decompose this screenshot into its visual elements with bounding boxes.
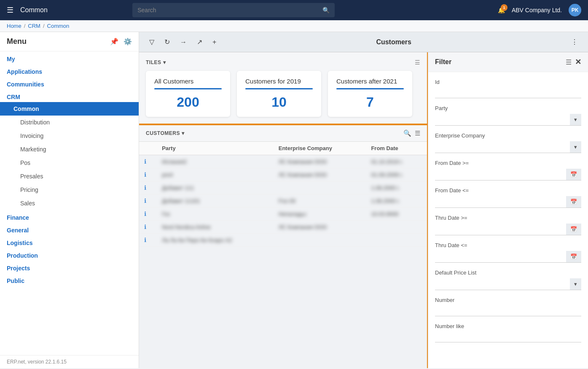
filter-date-input[interactable] [435,170,566,180]
filter-select-input[interactable] [435,115,570,125]
hamburger-icon[interactable]: ☰ [7,5,13,15]
row-info-icon[interactable]: ℹ [144,197,146,204]
add-button[interactable]: + [209,37,220,48]
filter-dropdown-button[interactable]: ▾ [570,278,581,290]
table-row[interactable]: ℹ Гос Непаладьс 10.03.9000 [139,207,427,221]
breadcrumb-crm[interactable]: CRM [28,23,40,29]
cell-company: Непаладьс [274,207,366,221]
sidebar-item-marketing[interactable]: Marketing [0,143,139,156]
tile-customers-2021[interactable]: Customers after 2021 7 [328,71,412,117]
row-info-icon[interactable]: ℹ [144,158,146,165]
tile-all-customers[interactable]: All Customers 200 [146,71,230,117]
filter-field: Id [435,79,581,98]
filter-title: Filter [435,58,566,66]
cell-company [274,181,366,194]
filter-date-input[interactable] [435,252,566,262]
col-party[interactable]: Party [157,142,274,155]
sidebar-item-projects[interactable]: Projects [0,261,139,273]
avatar[interactable]: PK [569,4,581,16]
filter-field-label: Thru Date <= [435,242,581,248]
content-body: TILES ▾ ☰ All Customers 200 Customers fo… [139,52,588,368]
filter-select-input[interactable] [435,279,570,289]
more-options-button[interactable]: ⋮ [568,36,581,48]
sidebar-item-production[interactable]: Production [0,248,139,261]
filter-input-number[interactable] [435,306,581,316]
tiles-menu-icon[interactable]: ☰ [415,59,420,66]
breadcrumb-home[interactable]: Home [7,23,21,29]
filter-close-button[interactable]: ✕ [575,57,581,67]
sidebar-item-common[interactable]: Common [0,102,139,116]
sidebar-item-distribution[interactable]: Distribution [0,116,139,129]
search-bar[interactable]: 🔍 [132,3,335,17]
sidebar-item-crm[interactable]: CRM [0,89,139,102]
tiles-grid: All Customers 200 Customers for 2019 10 … [146,71,420,117]
notification-bell[interactable]: 🔔 1 [498,7,505,13]
filter-field-label: Number [435,297,581,303]
pin-icon[interactable]: 📌 [110,38,118,46]
sidebar-item-my[interactable]: My [0,51,139,64]
forward-button[interactable]: → [177,37,190,48]
filter-dropdown-button[interactable]: ▾ [570,114,581,125]
row-info-icon[interactable]: ℹ [144,184,146,191]
filter-field-label: Party [435,105,581,111]
filter-field: Enterprise Company ▾ [435,132,581,153]
search-input[interactable] [137,7,322,13]
filter-field: From Date >= 📅 [435,160,581,180]
sidebar-item-logistics[interactable]: Logistics [0,235,139,248]
row-info-icon[interactable]: ℹ [144,224,146,230]
export-button[interactable]: ↗ [193,36,206,48]
customers-menu-button[interactable]: ☰ [415,129,420,137]
table-row[interactable]: ℹ Nord Nordica Airline ЛС Компания ООО [139,221,427,234]
filter-button[interactable]: ▽ [146,36,158,48]
cell-date [366,234,427,247]
table-row[interactable]: ℹ Ла Ла Ки Перо Ки Коаро А2 [139,234,427,247]
refresh-button[interactable]: ↻ [161,36,173,48]
filter-date-input[interactable] [435,197,566,207]
sidebar-item-public[interactable]: Public [0,273,139,286]
filter-input-id[interactable] [435,88,581,98]
sidebar-item-communities[interactable]: Communities [0,77,139,89]
tile-customers-2019[interactable]: Customers for 2019 10 [237,71,321,117]
row-info-icon[interactable]: ℹ [144,210,146,217]
sidebar-item-presales[interactable]: Presales [0,170,139,183]
sidebar-item-invoicing[interactable]: Invoicing [0,129,139,143]
customers-search-button[interactable]: 🔍 [403,129,411,137]
tile-customers-2021-title: Customers after 2021 [336,78,404,85]
customers-label[interactable]: CUSTOMERS ▾ [146,130,184,136]
col-company[interactable]: Enterprise Company [274,142,366,155]
filter-calendar-button[interactable]: 📅 [566,169,581,180]
table-row[interactable]: ℹ Добавит 111 1.08.2000 г. [139,181,427,194]
row-info-icon[interactable]: ℹ [144,237,146,243]
breadcrumb-common[interactable]: Common [47,23,70,29]
filter-date-wrap: 📅 [435,224,581,235]
table-row[interactable]: ℹ Испания2 ЛС Компания ООО 01.10.2019 г. [139,155,427,168]
sidebar-item-general[interactable]: General [0,223,139,235]
tiles-label[interactable]: TILES ▾ [146,59,166,65]
filter-date-wrap: 📅 [435,196,581,208]
table-row[interactable]: ℹ рге4 ЛС Компания ООО 01.09.2009 г. [139,168,427,181]
filter-calendar-button[interactable]: 📅 [566,251,581,262]
gear-icon[interactable]: ⚙️ [124,38,132,46]
cell-company: Foo 00 [274,194,366,207]
filter-calendar-button[interactable]: 📅 [566,196,581,207]
filter-dropdown-button[interactable]: ▾ [570,141,581,153]
filter-calendar-button[interactable]: 📅 [566,224,581,235]
col-date[interactable]: From Date [366,142,427,155]
filter-list-icon[interactable]: ☰ [566,57,572,67]
sidebar-item-pricing[interactable]: Pricing [0,183,139,197]
toolbar-title: Customers [223,38,564,46]
chevron-down-icon: ▾ [163,59,166,65]
sidebar-item-sales[interactable]: Sales [0,197,139,210]
cell-party: Nord Nordica Airline [157,221,274,234]
sidebar-item-applications[interactable]: Applications [0,64,139,77]
table-row[interactable]: ℹ Добавит 11101 Foo 00 1.08.2000 г. [139,194,427,207]
filter-date-input[interactable] [435,224,566,234]
sidebar-item-pos[interactable]: Pos [0,156,139,170]
row-info-icon[interactable]: ℹ [144,171,146,178]
filter-select-input[interactable] [435,142,570,152]
tile-customers-2021-bar [336,88,404,89]
cell-company [274,234,366,247]
sidebar-item-finance[interactable]: Finance [0,210,139,223]
filter-input-numberlike[interactable] [435,332,581,342]
filter-field: Party ▾ [435,105,581,126]
